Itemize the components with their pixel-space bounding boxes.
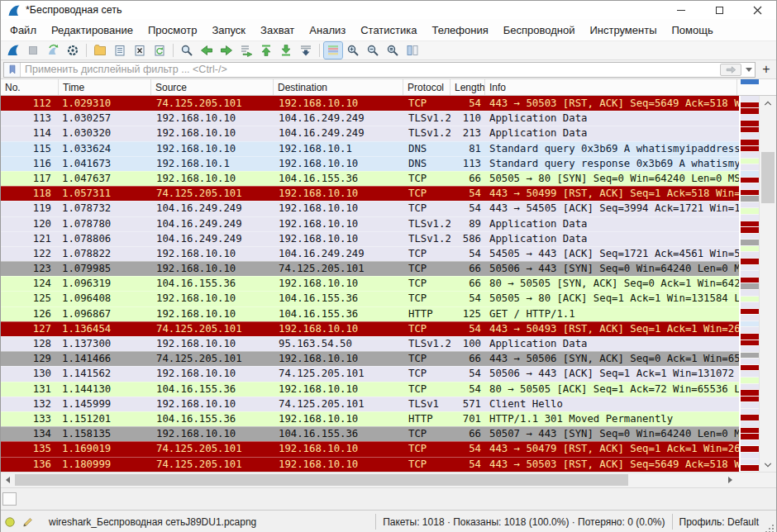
packet-row[interactable]: 1351.16901974.125.205.101192.168.10.10TC…: [1, 441, 739, 456]
packet-row[interactable]: 1121.02931074.125.205.101192.168.10.10TC…: [1, 96, 739, 111]
packet-row[interactable]: 1231.079985192.168.10.1074.125.205.101TC…: [1, 261, 739, 276]
minimap-stripe: [741, 183, 759, 190]
packet-row[interactable]: 1141.030320192.168.10.10104.16.249.249TL…: [1, 126, 739, 140]
packet-row[interactable]: 1151.033624192.168.10.10192.168.10.1DNS8…: [1, 141, 739, 156]
resize-columns-icon[interactable]: [403, 42, 422, 59]
menu-item[interactable]: Инструменты: [582, 21, 664, 40]
profile-label[interactable]: Профиль: Default: [679, 516, 760, 528]
packet-row[interactable]: 1241.096319104.16.155.36192.168.10.10TCP…: [1, 276, 739, 291]
column-header-no[interactable]: No.: [1, 79, 59, 95]
colorize-icon[interactable]: [324, 42, 342, 59]
restart-capture-icon[interactable]: [44, 42, 62, 59]
open-file-icon[interactable]: [91, 42, 109, 59]
zoom-in-icon[interactable]: [344, 42, 362, 59]
menu-item[interactable]: Статистика: [353, 21, 424, 40]
start-capture-icon[interactable]: [4, 42, 22, 59]
packet-row[interactable]: 1361.18099974.125.205.101192.168.10.10TC…: [1, 457, 739, 472]
column-header-protocol[interactable]: Protocol: [403, 79, 450, 95]
packet-row[interactable]: 1301.141562192.168.10.1074.125.205.101TC…: [1, 366, 739, 381]
column-header-time[interactable]: Time: [59, 79, 151, 95]
apply-filter-button[interactable]: [720, 64, 741, 76]
menu-item[interactable]: Запуск: [204, 21, 253, 40]
packet-row[interactable]: 1261.096867192.168.10.10104.16.155.36HTT…: [1, 306, 739, 321]
packet-row[interactable]: 1291.14146674.125.205.101192.168.10.10TC…: [1, 351, 739, 366]
filter-dropdown-button[interactable]: [743, 68, 755, 72]
packet-no: 125: [1, 291, 59, 306]
packet-time: 1.030320: [59, 126, 151, 140]
packet-no: 124: [1, 276, 59, 291]
find-packet-icon[interactable]: [178, 42, 196, 59]
capture-file-name[interactable]: wireshark_Беспроводная сетьJ89DU1.pcapng: [49, 516, 256, 528]
column-header-length[interactable]: Length: [450, 79, 485, 95]
stop-capture-icon[interactable]: [24, 42, 42, 59]
packet-proto: TLSv1.2: [403, 216, 450, 231]
go-to-packet-icon[interactable]: [237, 42, 255, 59]
display-filter-input[interactable]: [21, 64, 720, 75]
column-header-destination[interactable]: Destination: [274, 79, 403, 95]
packet-row[interactable]: 1221.078822192.168.10.10104.16.249.249TC…: [1, 246, 739, 261]
zoom-out-icon[interactable]: [364, 42, 382, 59]
packet-dst: 104.16.155.36: [274, 171, 403, 186]
scroll-up-button[interactable]: [760, 96, 776, 110]
packet-dst: 104.16.249.249: [274, 126, 403, 140]
menu-item[interactable]: Файл: [2, 21, 44, 40]
capture-options-icon[interactable]: [64, 42, 82, 59]
packet-row[interactable]: 1211.078806104.16.249.249192.168.10.10TL…: [1, 231, 739, 246]
scroll-down-button[interactable]: [760, 458, 776, 472]
menu-item[interactable]: Телефония: [424, 21, 495, 40]
vertical-scrollbar[interactable]: [759, 96, 776, 472]
go-last-icon[interactable]: [277, 42, 295, 59]
minimap-stripe: [741, 397, 759, 403]
go-back-icon[interactable]: [198, 42, 216, 59]
packet-row[interactable]: 1281.137300192.168.10.1095.163.54.50TLSv…: [1, 336, 739, 351]
packet-row[interactable]: 1181.05731174.125.205.101192.168.10.10TC…: [1, 186, 739, 201]
packet-row[interactable]: 1341.158135192.168.10.10104.16.155.36TCP…: [1, 426, 739, 441]
maximize-button[interactable]: [700, 1, 738, 19]
packet-row[interactable]: 1251.096408192.168.10.10104.16.155.36TCP…: [1, 291, 739, 306]
scroll-left-button[interactable]: [1, 473, 15, 487]
packet-row[interactable]: 1331.151201104.16.155.36192.168.10.10HTT…: [1, 411, 739, 426]
resize-grip[interactable]: [764, 523, 774, 532]
minimap-stripe: [741, 346, 759, 353]
zoom-original-icon[interactable]: [384, 42, 402, 59]
menu-item[interactable]: Беспроводной: [496, 21, 583, 40]
save-file-icon[interactable]: [111, 42, 129, 59]
add-filter-button[interactable]: +: [759, 62, 774, 77]
column-header-info[interactable]: Info: [485, 79, 737, 95]
scroll-right-button[interactable]: [723, 473, 737, 487]
close-file-icon[interactable]: [131, 42, 149, 59]
menu-item[interactable]: Помощь: [665, 21, 721, 40]
reload-file-icon[interactable]: [150, 42, 169, 59]
packet-row[interactable]: 1171.047637192.168.10.10104.16.155.36TCP…: [1, 171, 739, 186]
packet-len: 66: [450, 276, 485, 291]
capture-comment-button[interactable]: [19, 516, 37, 528]
packet-row[interactable]: 1131.030257192.168.10.10104.16.249.249TL…: [1, 111, 739, 126]
minimap-stripe: [741, 371, 759, 378]
packet-row[interactable]: 1321.145999192.168.10.1074.125.205.101TL…: [1, 397, 739, 411]
filter-bookmark-button[interactable]: [4, 63, 21, 77]
go-first-icon[interactable]: [257, 42, 275, 59]
packet-dst: 192.168.10.10: [274, 96, 403, 111]
close-button[interactable]: [738, 1, 776, 19]
intelligent-scrollbar-minimap[interactable]: [739, 96, 759, 472]
packet-row[interactable]: 1271.13645474.125.205.101192.168.10.10TC…: [1, 321, 739, 336]
vertical-scroll-thumb[interactable]: [761, 152, 775, 203]
packet-row[interactable]: 1311.144130104.16.155.36192.168.10.10TCP…: [1, 382, 739, 397]
packet-row[interactable]: 1191.078732104.16.249.249192.168.10.10TC…: [1, 201, 739, 216]
horizontal-scroll-track[interactable]: [15, 473, 723, 487]
menu-item[interactable]: Редактирование: [44, 21, 141, 40]
expert-info-button[interactable]: [1, 516, 19, 528]
menu-item[interactable]: Просмотр: [141, 21, 204, 40]
packet-row[interactable]: 1201.078780104.16.249.249192.168.10.10TL…: [1, 216, 739, 231]
vertical-scroll-track[interactable]: [760, 110, 776, 458]
go-forward-icon[interactable]: [217, 42, 236, 59]
horizontal-scroll-thumb[interactable]: [15, 474, 628, 486]
auto-scroll-icon[interactable]: [297, 42, 315, 59]
packet-row[interactable]: 1161.041673192.168.10.1192.168.10.10DNS1…: [1, 156, 739, 171]
menu-item[interactable]: Захват: [253, 21, 302, 40]
horizontal-scrollbar[interactable]: [1, 472, 776, 487]
menu-item[interactable]: Анализ: [302, 21, 353, 40]
minimize-button[interactable]: [662, 1, 700, 19]
column-header-source[interactable]: Source: [151, 79, 274, 95]
splitter-handle[interactable]: [2, 492, 17, 506]
